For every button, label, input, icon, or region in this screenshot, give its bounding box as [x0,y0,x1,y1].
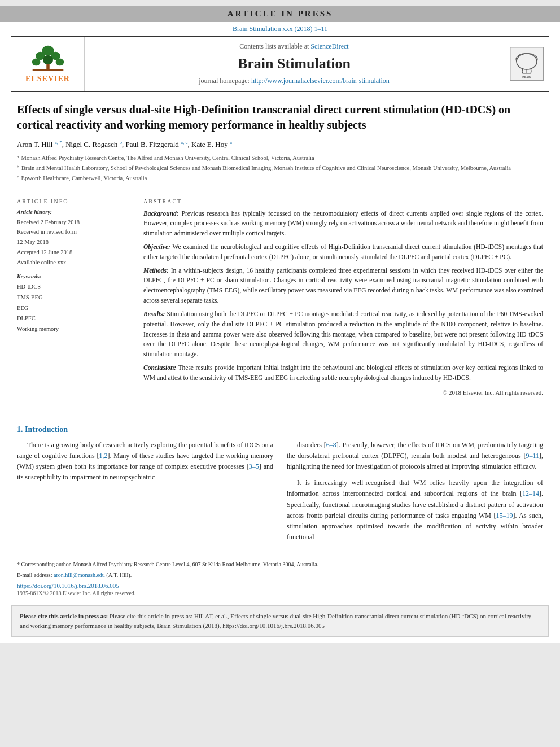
abstract-text: Background: Previous research has typica… [143,209,543,397]
results-text: Stimulation using both the DLPFC or DLPF… [143,311,543,357]
elsevier-logo: ELSEVIER [25,45,70,84]
conclusion-text: These results provide important initial … [143,364,543,381]
footnotes-section: * Corresponding author. Monash Alfred Ps… [0,554,560,600]
svg-rect-7 [32,69,63,71]
journal-title: Brain Stimulation [238,55,351,72]
article-info: ARTICLE INFO Article history: Received 2… [17,198,130,397]
keywords-label: Keywords: [17,273,130,279]
methods-label: Methods: [143,267,169,274]
affiliation-b: b Brain and Mental Health Laboratory, Sc… [17,164,543,173]
brain-logo-icon: BRAIN [510,47,543,80]
intro-section-title: 1. Introduction [17,425,543,434]
affiliation-c: c Epworth Healthcare, Camberwell, Victor… [17,174,543,183]
svg-point-4 [42,55,53,64]
brain-logo: BRAIN [510,47,544,81]
journal-title-section: Contents lists available at ScienceDirec… [85,37,504,91]
journal-reference: Brain Stimulation xxx (2018) 1–11 [0,22,560,36]
journal-homepage-link[interactable]: http://www.journals.elsevier.com/brain-s… [251,77,390,85]
ref-6-8-link[interactable]: 6–8 [326,441,336,449]
doi-line: https://doi.org/10.1016/j.brs.2018.06.00… [17,582,543,589]
ref-1-2-link[interactable]: 1,2 [99,452,107,460]
article-dates: Received 2 February 2018 Received in rev… [17,217,130,268]
intro-col-left: There is a growing body of research acti… [17,440,273,549]
citation-bar: Please cite this article in press as: Pl… [11,605,549,637]
issn-line: 1935-861X/© 2018 Elsevier Inc. All right… [17,590,543,596]
objective-text: We examined the neurobiological and cogn… [143,243,543,260]
introduction-section: 1. Introduction There is a growing body … [0,425,560,549]
svg-text:BRAIN: BRAIN [522,76,531,79]
intro-col-right: disorders [6–8]. Presently, however, the… [287,440,543,549]
svg-point-5 [55,58,64,65]
background-text: Previous research has typically focussed… [143,210,543,237]
sciencedirect-line: Contents lists available at ScienceDirec… [239,42,348,51]
intro-paragraph-2: disorders [6–8]. Presently, however, the… [287,440,543,473]
affiliations: a Monash Alfred Psychiatry Research Cent… [17,154,543,182]
abstract-header: ABSTRACT [143,198,543,204]
article-history-label: Article history: [17,209,130,215]
elsevier-logo-section: ELSEVIER [11,37,85,91]
svg-point-3 [32,58,40,65]
journal-homepage-line: journal homepage: http://www.journals.el… [199,77,390,85]
info-abstract-section: ARTICLE INFO Article history: Received 2… [17,191,543,397]
email-line: E-mail address: aron.hill@monash.edu (A.… [17,571,543,580]
intro-paragraph-1: There is a growing body of research acti… [17,440,273,483]
citation-bar-please: Please cite this article in press as: [20,613,110,619]
introduction-columns: There is a growing body of research acti… [17,440,543,549]
abstract-section: ABSTRACT Background: Previous research h… [143,198,543,397]
article-body: Effects of single versus dual-site High-… [0,92,560,411]
doi-link[interactable]: https://doi.org/10.1016/j.brs.2018.06.00… [17,582,119,589]
ref-15-19-link[interactable]: 15–19 [496,512,513,519]
corresponding-author: * Corresponding author. Monash Alfred Ps… [17,560,543,569]
conclusion-label: Conclusion: [143,364,176,371]
copyright-line: © 2018 Elsevier Inc. All rights reserved… [143,388,543,397]
article-info-header: ARTICLE INFO [17,198,130,204]
objective-label: Objective: [143,243,170,250]
journal-header: ELSEVIER Contents lists available at Sci… [11,36,549,92]
ref-9-11-link[interactable]: 9–11 [526,452,539,460]
ref-3-5-link[interactable]: 3–5 [249,462,259,470]
email-link[interactable]: aron.hill@monash.edu [54,572,105,578]
article-in-press-banner: ARTICLE IN PRESS [0,6,560,22]
sciencedirect-link[interactable]: ScienceDirect [310,42,348,50]
authors-line: Aron T. Hill a, *, Nigel C. Rogasch b, P… [17,139,543,149]
ref-12-14-link[interactable]: 12–14 [522,490,539,497]
section-divider [17,418,543,418]
brain-logo-section: BRAIN [504,37,549,91]
elsevier-wordmark: ELSEVIER [25,75,70,84]
methods-text: In a within-subjects design, 16 healthy … [143,267,543,304]
article-title: Effects of single versus dual-site High-… [17,102,543,133]
affiliation-a: a Monash Alfred Psychiatry Research Cent… [17,154,543,163]
keywords-list: HD-tDCS TMS-EEG EEG DLPFC Working memory [17,282,130,335]
intro-paragraph-3: It is increasingly well-recognised that … [287,478,543,543]
results-label: Results: [143,311,165,317]
elsevier-tree-icon [28,45,68,73]
background-label: Background: [143,210,179,217]
